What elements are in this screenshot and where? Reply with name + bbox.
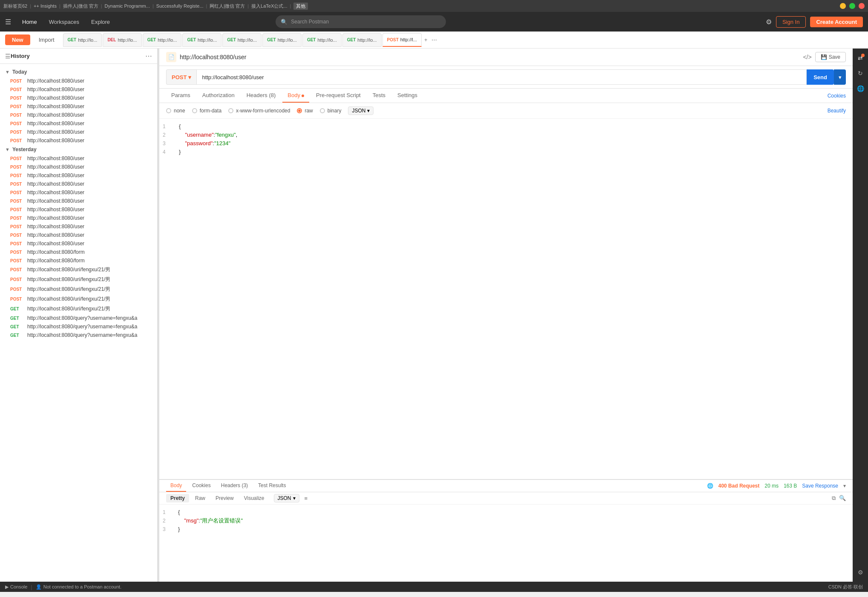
- nav-home[interactable]: Home: [19, 17, 40, 27]
- create-account-button[interactable]: Create Account: [810, 17, 863, 27]
- method-select[interactable]: POST ▾: [166, 69, 196, 85]
- sidebar-more-icon[interactable]: ⋯: [145, 52, 152, 60]
- body-opt-raw[interactable]: raw: [297, 108, 313, 114]
- req-tab-0[interactable]: GET http://lo...: [63, 33, 102, 47]
- browser-tab-5[interactable]: 网红人|微信 官方: [210, 3, 245, 9]
- hamburger-icon[interactable]: ☰: [5, 18, 14, 26]
- rs-globe-icon[interactable]: 🌐: [854, 83, 866, 95]
- copy-icon[interactable]: ⧉: [832, 495, 836, 502]
- list-item[interactable]: POSThttp://localhost:8080/user: [0, 163, 157, 171]
- req-tab-4[interactable]: GET http://lo...: [222, 33, 262, 47]
- more-tabs-icon[interactable]: ⋯: [430, 37, 439, 43]
- list-item[interactable]: POSThttp://localhost:8080/user: [0, 154, 157, 163]
- rs-sync-icon[interactable]: ⇄: [854, 52, 866, 64]
- resp-json-select[interactable]: JSON ▾: [274, 494, 299, 502]
- req-tab-8[interactable]: POST http://l...: [382, 33, 422, 47]
- req-tab-5[interactable]: GET http://lo...: [262, 33, 302, 47]
- close-button[interactable]: ✕: [859, 3, 865, 9]
- console-button[interactable]: ▶ Console: [5, 584, 27, 590]
- list-item[interactable]: POSThttp://localhost:8080/user: [0, 197, 157, 205]
- list-item[interactable]: GEThttp://localhost:8080/query?username=…: [0, 322, 157, 331]
- save-button[interactable]: 💾 Save: [815, 52, 846, 62]
- browser-tab-0[interactable]: 新标签页62: [3, 3, 27, 9]
- resp-tab-headers[interactable]: Headers (3): [217, 480, 252, 492]
- browser-tab-1[interactable]: ++ Insights: [34, 3, 57, 9]
- browser-tab-7[interactable]: 其他: [293, 3, 308, 10]
- list-item[interactable]: POSThttp://localhost:8080/user: [0, 85, 157, 94]
- cookies-link[interactable]: Cookies: [828, 93, 846, 99]
- add-tab-icon[interactable]: +: [423, 37, 429, 43]
- tab-tests[interactable]: Tests: [368, 89, 391, 103]
- tab-params[interactable]: Params: [166, 89, 195, 103]
- body-opt-urlencoded[interactable]: x-www-form-urlencoded: [228, 108, 290, 114]
- list-item[interactable]: POSThttp://localhost:8080/user: [0, 102, 157, 111]
- list-item[interactable]: GEThttp://localhost:8080/query?username=…: [0, 314, 157, 322]
- list-item[interactable]: POSThttp://localhost:8080/user: [0, 239, 157, 248]
- fmt-tab-pretty[interactable]: Pretty: [166, 494, 189, 502]
- req-tab-7[interactable]: GET http://lo...: [342, 33, 382, 47]
- chevron-down-icon[interactable]: ▾: [843, 483, 846, 489]
- list-item[interactable]: POSThttp://localhost:8080/form: [0, 256, 157, 265]
- search-bar[interactable]: 🔍 Search Postman: [276, 15, 446, 28]
- list-item[interactable]: POSThttp://localhost:8080/form: [0, 248, 157, 256]
- sidebar-filter-icon[interactable]: ☰: [5, 53, 11, 60]
- resp-tab-body[interactable]: Body: [166, 480, 186, 492]
- list-item[interactable]: POSThttp://localhost:8080/uri/fengxu/21/…: [0, 275, 157, 284]
- new-button[interactable]: New: [5, 34, 30, 45]
- browser-tab-4[interactable]: Successfully Registe...: [156, 3, 204, 9]
- fmt-tab-raw[interactable]: Raw: [191, 494, 210, 502]
- list-item[interactable]: POSThttp://localhost:8080/user: [0, 94, 157, 102]
- code-icon[interactable]: </>: [803, 54, 811, 60]
- tab-headers[interactable]: Headers (8): [241, 89, 281, 103]
- list-item[interactable]: POSThttp://localhost:8080/user: [0, 171, 157, 180]
- code-editor[interactable]: 1 2 3 4 { "username":"fengxu", "password…: [159, 119, 853, 479]
- list-item[interactable]: POSThttp://localhost:8080/user: [0, 214, 157, 222]
- settings-icon[interactable]: ⚙: [766, 18, 772, 26]
- beautify-button[interactable]: Beautify: [828, 108, 846, 114]
- req-tab-1[interactable]: DEL http://lo...: [103, 33, 141, 47]
- json-format-select[interactable]: JSON ▾: [348, 106, 374, 115]
- send-button[interactable]: Send: [807, 69, 834, 85]
- section-yesterday[interactable]: ▼ Yesterday: [0, 145, 157, 154]
- list-item[interactable]: GEThttp://localhost:8080/uri/fengxu/21/男: [0, 304, 157, 314]
- nav-workspaces[interactable]: Workspaces: [46, 17, 83, 27]
- list-item[interactable]: POSThttp://localhost:8080/user: [0, 222, 157, 231]
- tab-body[interactable]: Body: [282, 89, 309, 103]
- list-item[interactable]: POSThttp://localhost:8080/user: [0, 77, 157, 85]
- send-dropdown-button[interactable]: ▾: [834, 69, 846, 85]
- list-item[interactable]: POSThttp://localhost:8080/uri/fengxu/21/…: [0, 294, 157, 304]
- resp-tab-cookies[interactable]: Cookies: [188, 480, 215, 492]
- list-item[interactable]: POSThttp://localhost:8080/user: [0, 119, 157, 128]
- list-item[interactable]: GEThttp://localhost:8080/query?username=…: [0, 331, 157, 339]
- tab-authorization[interactable]: Authorization: [197, 89, 240, 103]
- list-item[interactable]: POSThttp://localhost:8080/uri/fengxu/21/…: [0, 265, 157, 275]
- maximize-button[interactable]: □: [849, 3, 855, 9]
- resp-tab-test-results[interactable]: Test Results: [254, 480, 290, 492]
- req-tab-3[interactable]: GET http://lo...: [182, 33, 221, 47]
- list-item[interactable]: POSThttp://localhost:8080/user: [0, 231, 157, 239]
- req-tab-2[interactable]: GET http://lo...: [143, 33, 182, 47]
- body-opt-none[interactable]: none: [166, 108, 185, 114]
- list-item[interactable]: POSThttp://localhost:8080/user: [0, 205, 157, 214]
- section-today[interactable]: ▼ Today: [0, 67, 157, 77]
- list-item[interactable]: POSThttp://localhost:8080/user: [0, 111, 157, 119]
- browser-tab-2[interactable]: 插件人|微信 官方: [63, 3, 98, 9]
- list-item[interactable]: POSThttp://localhost:8080/user: [0, 136, 157, 145]
- list-item[interactable]: POSThttp://localhost:8080/user: [0, 128, 157, 136]
- import-button[interactable]: Import: [34, 34, 60, 45]
- list-item[interactable]: POSThttp://localhost:8080/uri/fengxu/21/…: [0, 284, 157, 294]
- body-opt-formdata[interactable]: form-data: [192, 108, 221, 114]
- body-opt-binary[interactable]: binary: [320, 108, 342, 114]
- rs-settings-icon[interactable]: ⚙: [854, 566, 866, 578]
- format-icon[interactable]: ≡: [305, 495, 308, 502]
- list-item[interactable]: POSThttp://localhost:8080/user: [0, 180, 157, 188]
- save-response-button[interactable]: Save Response: [802, 483, 838, 489]
- tab-settings[interactable]: Settings: [392, 89, 423, 103]
- nav-explore[interactable]: Explore: [88, 17, 113, 27]
- browser-tab-3[interactable]: Dynamic Programm...: [105, 3, 150, 9]
- browser-tab-6[interactable]: 接入LaTeX公式...: [251, 3, 287, 9]
- tab-prerequest[interactable]: Pre-request Script: [311, 89, 366, 103]
- fmt-tab-visualize[interactable]: Visualize: [240, 494, 269, 502]
- search-icon[interactable]: 🔍: [839, 495, 846, 502]
- list-item[interactable]: POSThttp://localhost:8080/user: [0, 188, 157, 197]
